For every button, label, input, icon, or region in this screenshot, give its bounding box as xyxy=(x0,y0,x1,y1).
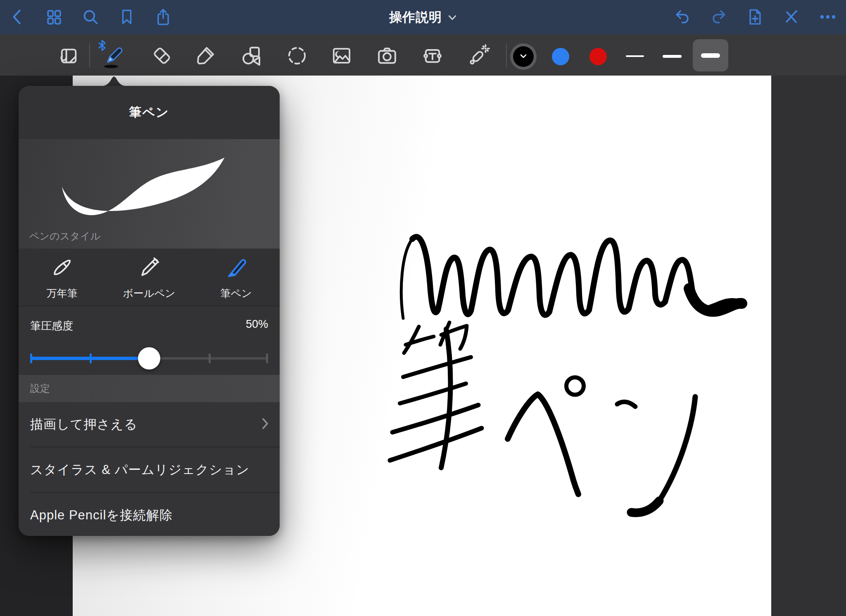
color-swatch-red[interactable] xyxy=(589,48,607,65)
setting-row-label: 描画して押さえる xyxy=(30,416,138,433)
squiggle-stroke-tail xyxy=(689,289,742,311)
pen-style-section-label: ペンのスタイル xyxy=(29,230,100,243)
stroke-width-thick-selected[interactable] xyxy=(693,39,728,71)
lasso-tool-button[interactable] xyxy=(284,43,310,70)
camera-icon xyxy=(375,44,399,69)
chevron-down-icon xyxy=(520,53,527,60)
shapes-icon xyxy=(239,44,262,69)
text-tool-button[interactable] xyxy=(419,43,446,70)
text-icon xyxy=(421,44,444,69)
share-icon xyxy=(155,8,171,26)
settings-rows: 描画して押さえる スタイラス & パームリジェクション Apple Pencil… xyxy=(19,402,280,536)
page-title: 操作説明 xyxy=(389,9,442,26)
popover-arrow xyxy=(99,75,129,86)
toolbar-separator xyxy=(506,43,507,67)
pen-style-fountain[interactable]: 万年筆 xyxy=(19,249,106,306)
popover-title: 筆ペン xyxy=(129,104,169,121)
pen-style-selector: 万年筆 ボールペン 筆 xyxy=(19,249,280,306)
pen-tool-icon xyxy=(101,43,127,70)
color-swatch-blue[interactable] xyxy=(552,48,569,65)
handwriting-fude xyxy=(390,322,482,468)
undo-button[interactable] xyxy=(671,5,694,28)
more-icon xyxy=(819,14,836,20)
pen-style-brush-selected[interactable]: 筆ペン xyxy=(192,249,280,306)
slider-tick xyxy=(266,353,268,363)
shapes-tool-button[interactable] xyxy=(238,43,264,70)
stroke-width-thick-line xyxy=(701,53,720,58)
pen-settings-popover: 筆ペン ペンのスタイル 万年筆 xyxy=(19,86,280,536)
toolbar-separator xyxy=(89,43,90,67)
setting-row-draw-and-hold[interactable]: 描画して押さえる xyxy=(19,402,280,447)
setting-row-stylus-palm-rejection[interactable]: スタイラス & パームリジェクション xyxy=(19,448,280,492)
stroke-preview-swoosh xyxy=(46,147,252,226)
pen-tool-button[interactable] xyxy=(101,43,127,70)
eraser-icon xyxy=(151,45,173,69)
redo-button[interactable] xyxy=(707,5,730,28)
add-page-button[interactable] xyxy=(744,5,767,28)
lasso-icon xyxy=(285,44,309,69)
laser-pointer-icon xyxy=(466,44,490,69)
pressure-slider[interactable] xyxy=(30,350,268,367)
pen-disable-icon xyxy=(783,9,800,25)
slider-tick xyxy=(209,353,211,363)
share-button[interactable] xyxy=(152,5,175,28)
slider-thumb[interactable] xyxy=(138,347,160,370)
settings-header-label: 設定 xyxy=(30,382,50,395)
pen-style-ballpoint[interactable]: ボールペン xyxy=(106,249,193,306)
drawing-toolbar xyxy=(0,34,846,76)
more-button[interactable] xyxy=(816,5,839,28)
pen-style-label: ボールペン xyxy=(123,287,175,300)
pressure-value: 50% xyxy=(246,318,268,331)
photo-icon xyxy=(330,45,353,69)
page-thumbnails-button[interactable] xyxy=(43,5,66,28)
pen-style-label: 筆ペン xyxy=(221,287,252,300)
slider-tick xyxy=(90,353,92,363)
highlighter-tool-button[interactable] xyxy=(192,43,219,70)
photo-tool-button[interactable] xyxy=(328,43,355,70)
stroke-width-thin[interactable] xyxy=(626,55,644,57)
setting-row-disconnect-apple-pencil[interactable]: Apple Pencilを接続解除 xyxy=(19,493,280,536)
settings-section-header: 設定 xyxy=(19,375,280,402)
search-icon xyxy=(82,8,99,26)
page-panel-icon xyxy=(58,45,79,68)
handwriting-n xyxy=(617,397,695,513)
back-button[interactable] xyxy=(6,5,29,28)
undo-icon xyxy=(674,9,691,25)
pen-mode-toggle-button[interactable] xyxy=(780,5,803,28)
bluetooth-badge-icon xyxy=(98,40,106,51)
search-button[interactable] xyxy=(79,5,102,28)
app-window: 操作説明 xyxy=(0,0,846,616)
camera-tool-button[interactable] xyxy=(374,43,400,70)
bookmark-icon xyxy=(119,8,135,26)
handwriting-pe xyxy=(508,377,584,494)
pressure-label: 筆圧感度 xyxy=(30,319,73,333)
back-icon xyxy=(10,9,24,25)
bookmark-button[interactable] xyxy=(115,5,138,28)
stroke-width-medium[interactable] xyxy=(663,55,682,58)
color-swatch-black[interactable] xyxy=(510,43,537,70)
squiggle-stroke-start xyxy=(401,239,412,318)
fountain-pen-icon xyxy=(49,254,75,282)
stroke-preview-panel: ペンのスタイル xyxy=(19,139,280,249)
squiggle-stroke xyxy=(412,237,738,315)
eraser-tool-button[interactable] xyxy=(149,43,175,70)
pages-grid-icon xyxy=(45,8,63,26)
slider-tick xyxy=(30,353,32,363)
page-panel-tool-button[interactable] xyxy=(55,43,82,70)
laser-pointer-tool-button[interactable] xyxy=(465,43,492,70)
redo-icon xyxy=(710,9,727,25)
setting-row-label: スタイラス & パームリジェクション xyxy=(30,461,250,479)
setting-row-label: Apple Pencilを接続解除 xyxy=(30,507,173,524)
chevron-right-icon xyxy=(261,417,269,431)
pressure-section: 筆圧感度 50% xyxy=(19,307,280,375)
top-nav-bar: 操作説明 xyxy=(0,0,846,34)
title-chevron-down-icon xyxy=(448,12,457,23)
ballpoint-pen-icon xyxy=(136,254,162,282)
brush-pen-icon xyxy=(223,254,249,282)
app-background-right xyxy=(771,76,846,616)
pen-style-label: 万年筆 xyxy=(47,287,78,300)
popover-header: 筆ペン xyxy=(19,86,280,139)
highlighter-icon xyxy=(194,45,216,69)
add-page-icon xyxy=(747,8,763,26)
